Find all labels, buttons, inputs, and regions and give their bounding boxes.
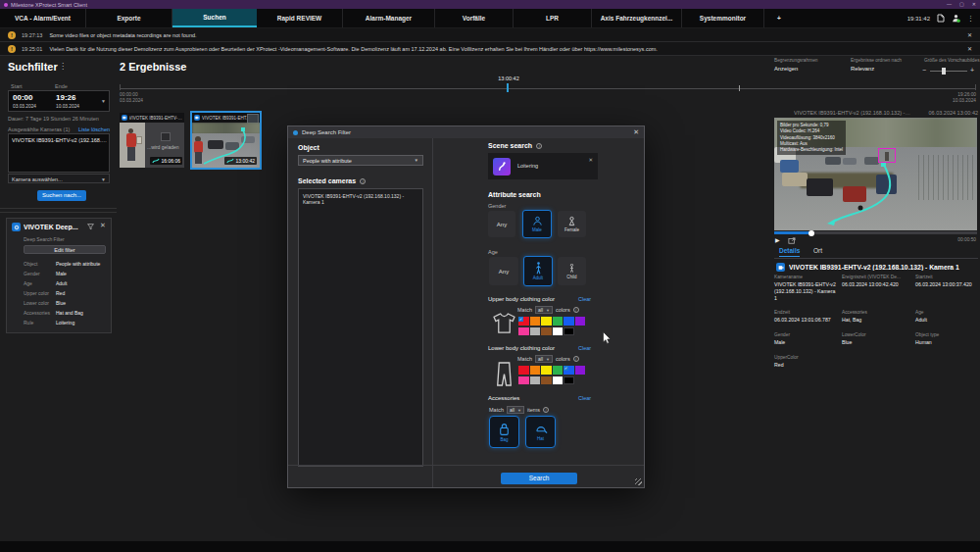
object-dropdown[interactable]: People with attribute ▼	[298, 155, 423, 166]
add-tab-button[interactable]: +	[764, 9, 794, 27]
info-icon[interactable]: i	[360, 178, 366, 184]
close-icon[interactable]: ✕	[967, 31, 972, 38]
close-icon[interactable]: ✕	[967, 45, 972, 52]
accessories-clear-link[interactable]: Clear	[578, 395, 591, 401]
size-slider-handle[interactable]	[942, 68, 946, 75]
maximize-button[interactable]: ▢	[959, 0, 964, 9]
video-preview[interactable]: Bilder pro Sekunde: 0,79 Video Codec: H.…	[774, 118, 977, 230]
lower-clear-link[interactable]: Clear	[578, 345, 591, 351]
color-swatch-black[interactable]	[564, 327, 574, 336]
remove-chip-icon[interactable]: ✕	[588, 157, 593, 163]
filter-icon[interactable]	[87, 224, 94, 230]
clear-list-link[interactable]: Liste löschen	[78, 126, 110, 132]
open-in-window-icon[interactable]	[788, 237, 796, 244]
color-swatch-orange[interactable]	[530, 317, 541, 326]
color-swatch-gray[interactable]	[530, 327, 541, 336]
tab-ort[interactable]: Ort	[813, 247, 822, 254]
size-minus-icon[interactable]: −	[922, 67, 926, 74]
close-button[interactable]: ✕	[972, 0, 976, 9]
close-icon[interactable]: ✕	[633, 128, 639, 136]
result-thumbnail[interactable]: VIVOTEK IB9391-EHTV-v2... ...wird gelade…	[120, 113, 184, 168]
color-swatch-yellow[interactable]	[541, 366, 552, 375]
camera-list[interactable]: VIVOTEK IB9391-EHTV-v2 (192.168.10.132) …	[8, 133, 110, 173]
minimize-button[interactable]: —	[947, 0, 952, 9]
gender-female-button[interactable]: Female	[558, 211, 586, 237]
mouse-cursor	[603, 331, 612, 344]
upper-clear-link[interactable]: Clear	[578, 296, 591, 302]
timeline-track[interactable]	[120, 88, 976, 89]
color-swatch-red[interactable]: ✓	[518, 317, 529, 326]
accessory-bag-button[interactable]: Bag	[489, 416, 519, 448]
color-swatch-pink[interactable]	[518, 327, 529, 336]
scene-chip[interactable]: Loitering ✕	[488, 153, 598, 179]
play-button[interactable]: ▶	[775, 236, 780, 243]
color-swatch-purple[interactable]	[575, 366, 586, 375]
dialog-camera-list[interactable]: VIVOTEK IB9391-EHTV-v2 (192.168.10.132) …	[298, 188, 423, 467]
color-swatch-brown[interactable]	[541, 376, 552, 385]
tab-vorfaelle[interactable]: Vorfälle	[435, 9, 514, 27]
accessory-hat-button[interactable]: Hat	[525, 416, 556, 448]
info-icon[interactable]: i	[536, 143, 542, 149]
match-select[interactable]: all▼	[507, 406, 524, 414]
child-icon	[568, 264, 575, 274]
camera-select-dropdown[interactable]: Kamera auswählen... ▼	[8, 174, 110, 183]
color-swatch-pink[interactable]	[518, 376, 529, 385]
export-icon[interactable]	[937, 14, 945, 23]
video-scrubber-handle[interactable]	[808, 230, 814, 236]
color-swatch-blue[interactable]: ✓	[564, 366, 574, 375]
dialog-titlebar[interactable]: Deep Search Filter ✕	[288, 126, 644, 138]
vehicle	[864, 157, 879, 165]
filter-label: Accessories	[24, 310, 56, 316]
time-range-picker[interactable]: 00:00 19:26 03.03.2024 10.03.2024 ▼	[8, 90, 110, 112]
info-icon[interactable]: i	[573, 307, 579, 313]
gender-any-button[interactable]: Any	[488, 211, 515, 237]
camera-list-item[interactable]: VIVOTEK IB9391-EHTV-v2 (192.168.10.132) …	[12, 137, 108, 143]
info-icon[interactable]: i	[543, 407, 549, 413]
tab-alarm-manager[interactable]: Alarm-Manager	[343, 9, 435, 27]
tab-exporte[interactable]: Exporte	[86, 9, 172, 27]
tab-lpr[interactable]: LPR	[514, 9, 592, 27]
tab-details[interactable]: Details	[779, 247, 800, 257]
color-swatch-red[interactable]	[518, 366, 529, 375]
more-menu-icon[interactable]: ⋮	[967, 15, 974, 23]
user-status-icon[interactable]	[952, 14, 960, 23]
selected-cameras-label: Ausgewählte Kameras (1)	[8, 126, 70, 132]
size-plus-icon[interactable]: +	[970, 67, 974, 74]
match-select[interactable]: all▼	[535, 306, 553, 314]
sort-by-value[interactable]: Relevanz	[851, 66, 874, 72]
color-swatch-purple[interactable]	[575, 317, 586, 326]
color-swatch-black[interactable]	[564, 376, 574, 385]
gender-male-button[interactable]: Male	[522, 210, 552, 238]
dialog-search-button[interactable]: Search	[501, 473, 577, 484]
color-swatch-green[interactable]	[553, 366, 564, 375]
color-swatch-gray[interactable]	[530, 376, 541, 385]
age-adult-button[interactable]: Adult	[523, 256, 553, 286]
size-slider-track[interactable]	[930, 71, 967, 72]
search-for-button[interactable]: Suchen nach...	[37, 190, 86, 201]
edit-filter-button[interactable]: Edit filter	[24, 245, 106, 254]
color-swatch-white[interactable]	[553, 327, 564, 336]
match-select[interactable]: all▼	[535, 355, 553, 363]
info-icon[interactable]: i	[573, 356, 579, 362]
tab-rapid-review[interactable]: Rapid REVIEW	[257, 9, 343, 27]
color-swatch-blue[interactable]	[564, 317, 574, 326]
tab-axis-fahrzeugkennzeichen[interactable]: Axis Fahrzeugkennzei...	[592, 9, 682, 27]
age-any-button[interactable]: Any	[489, 257, 518, 285]
age-child-button[interactable]: Child	[558, 257, 586, 285]
resize-handle[interactable]	[635, 478, 642, 485]
dialog-camera-item[interactable]: VIVOTEK IB9391-EHTV-v2 (192.168.10.132) …	[299, 189, 422, 209]
color-swatch-yellow[interactable]	[541, 317, 552, 326]
result-thumbnail-selected[interactable]: VIVOTEK IB9391-EHT... 13:00:42	[190, 111, 262, 170]
color-swatch-white[interactable]	[553, 376, 564, 385]
color-swatch-green[interactable]	[553, 317, 564, 326]
color-swatch-orange[interactable]	[530, 366, 541, 375]
bounding-box-value[interactable]: Anzeigen	[774, 66, 798, 72]
tab-systemmonitor[interactable]: Systemmonitor	[682, 9, 764, 27]
dialog-icon	[293, 130, 298, 135]
timeline-playhead[interactable]	[507, 83, 509, 92]
tab-vca-alarm-event[interactable]: VCA - Alarm/Event	[0, 9, 86, 27]
close-icon[interactable]: ✕	[100, 222, 106, 229]
color-swatch-brown[interactable]	[541, 327, 552, 336]
tab-suchen[interactable]: Suchen	[172, 9, 257, 27]
search-filter-menu-icon[interactable]: ⋮	[59, 62, 67, 71]
